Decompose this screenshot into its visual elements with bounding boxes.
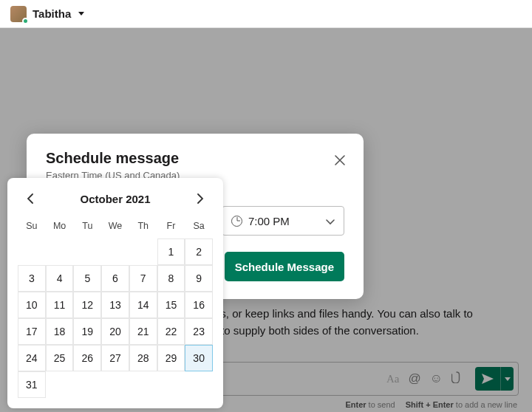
calendar-day[interactable]: 24	[18, 345, 46, 371]
calendar-day[interactable]: 6	[101, 265, 129, 292]
time-value: 7:00 PM	[248, 215, 290, 227]
calendar-dow: Su	[18, 216, 46, 238]
calendar-day[interactable]: 19	[73, 318, 101, 345]
calendar-dow: We	[101, 216, 129, 238]
calendar-day[interactable]: 20	[101, 318, 129, 345]
calendar-day[interactable]: 23	[185, 318, 213, 345]
calendar-day[interactable]: 18	[46, 318, 74, 345]
calendar-day[interactable]: 16	[185, 292, 213, 318]
calendar-grid: SuMoTuWeThFrSa12345678910111213141516171…	[18, 216, 213, 398]
presence-dot	[22, 18, 29, 24]
calendar-day[interactable]: 17	[18, 318, 46, 345]
calendar-day[interactable]: 3	[18, 265, 46, 292]
calendar-day[interactable]: 11	[46, 292, 74, 318]
calendar-empty-cell	[101, 238, 129, 265]
calendar-day[interactable]: 22	[157, 318, 185, 345]
date-picker-popover: October 2021 SuMoTuWeThFrSa1234567891011…	[7, 178, 223, 408]
calendar-day[interactable]: 27	[101, 345, 129, 371]
calendar-day[interactable]: 13	[101, 292, 129, 318]
app-header: Tabitha	[0, 0, 532, 28]
calendar-dow: Mo	[46, 216, 74, 238]
chevron-down-icon	[326, 215, 335, 227]
calendar-day[interactable]: 14	[129, 292, 157, 318]
user-name[interactable]: Tabitha	[33, 7, 71, 20]
close-button[interactable]	[331, 151, 349, 169]
calendar-dow: Fr	[157, 216, 185, 238]
calendar-empty-cell	[73, 238, 101, 265]
calendar-dow: Sa	[185, 216, 213, 238]
calendar-dow: Tu	[73, 216, 101, 238]
calendar-day[interactable]: 1	[157, 238, 185, 265]
calendar-day[interactable]: 8	[157, 265, 185, 292]
calendar-day[interactable]: 30	[185, 345, 213, 371]
calendar-month-label: October 2021	[80, 193, 150, 205]
calendar-empty-cell	[46, 238, 74, 265]
calendar-day[interactable]: 26	[73, 345, 101, 371]
calendar-day[interactable]: 31	[18, 371, 46, 398]
calendar-header: October 2021	[18, 190, 213, 207]
calendar-day[interactable]: 7	[129, 265, 157, 292]
calendar-day[interactable]: 12	[73, 292, 101, 318]
modal-title: Schedule message	[46, 150, 344, 167]
calendar-day[interactable]: 15	[157, 292, 185, 318]
calendar-empty-cell	[129, 238, 157, 265]
chevron-down-icon[interactable]	[78, 12, 84, 16]
calendar-day[interactable]: 5	[73, 265, 101, 292]
clock-icon	[231, 216, 242, 227]
calendar-dow: Th	[129, 216, 157, 238]
calendar-day[interactable]: 28	[129, 345, 157, 371]
calendar-day[interactable]: 10	[18, 292, 46, 318]
calendar-day[interactable]: 4	[46, 265, 74, 292]
calendar-day[interactable]: 9	[185, 265, 213, 292]
calendar-day[interactable]: 2	[185, 238, 213, 265]
next-month-button[interactable]	[192, 190, 210, 207]
avatar[interactable]	[10, 6, 27, 22]
prev-month-button[interactable]	[21, 190, 38, 207]
schedule-message-button[interactable]: Schedule Message	[225, 252, 344, 281]
calendar-day[interactable]: 21	[129, 318, 157, 345]
calendar-empty-cell	[18, 238, 46, 265]
time-select[interactable]: 7:00 PM	[222, 206, 344, 236]
calendar-day[interactable]: 25	[46, 345, 74, 371]
calendar-day[interactable]: 29	[157, 345, 185, 371]
